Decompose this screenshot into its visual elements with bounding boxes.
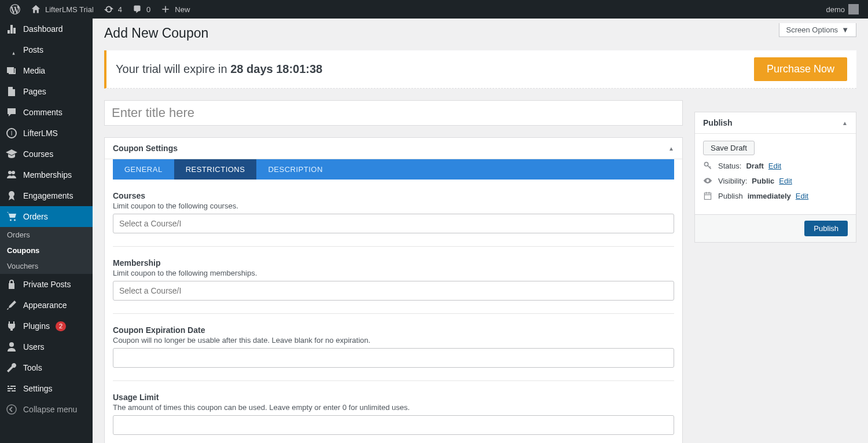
- expiration-input[interactable]: [113, 348, 674, 368]
- svg-text:l: l: [11, 130, 12, 137]
- wp-logo[interactable]: [5, 0, 25, 19]
- svg-point-3: [12, 171, 15, 174]
- edit-schedule-link[interactable]: Edit: [796, 192, 808, 200]
- site-name[interactable]: LifterLMS Trial: [25, 0, 98, 19]
- sidebar-item-settings[interactable]: Settings: [0, 378, 93, 399]
- sidebar-item-label: Engagements: [23, 191, 73, 200]
- coupon-settings-box: Coupon Settings ▲ GENERAL RESTRICTIONS D…: [104, 137, 683, 443]
- sidebar-item-private-posts[interactable]: Private Posts: [0, 274, 93, 295]
- sidebar-item-lifterlms[interactable]: l LifterLMS: [0, 123, 93, 144]
- submenu-item-vouchers[interactable]: Vouchers: [0, 258, 93, 274]
- sliders-icon: [6, 383, 17, 394]
- sidebar-item-pages[interactable]: Pages: [0, 81, 93, 102]
- screen-options-button[interactable]: Screen Options ▼: [779, 23, 856, 37]
- svg-point-7: [704, 162, 708, 166]
- sidebar-item-engagements[interactable]: Engagements: [0, 185, 93, 206]
- trial-countdown: 28 days 18:01:38: [230, 63, 322, 75]
- purchase-now-button[interactable]: Purchase Now: [754, 57, 847, 81]
- status-value: Draft: [746, 162, 763, 170]
- sidebar-item-comments[interactable]: Comments: [0, 102, 93, 123]
- tab-restrictions[interactable]: RESTRICTIONS: [174, 159, 257, 180]
- sidebar-item-label: Users: [23, 342, 45, 352]
- schedule-value: immediately: [748, 192, 791, 200]
- dashboard-icon: [6, 23, 17, 35]
- sidebar-item-posts[interactable]: Posts: [0, 39, 93, 60]
- sidebar-item-tools[interactable]: Tools: [0, 357, 93, 378]
- save-draft-button[interactable]: Save Draft: [703, 141, 755, 155]
- lock-icon: [6, 279, 17, 290]
- sidebar-item-plugins[interactable]: Plugins 2: [0, 316, 93, 336]
- field-courses: Courses Limit coupon to the following co…: [105, 180, 682, 247]
- comments-count: 0: [146, 5, 150, 14]
- trial-banner: Your trial will expire in 28 days 18:01:…: [104, 50, 856, 89]
- site-name-text: LifterLMS Trial: [45, 5, 94, 14]
- expiration-desc: Coupon will no longer be usable after th…: [113, 336, 674, 345]
- edit-visibility-link[interactable]: Edit: [779, 177, 792, 185]
- usage-desc: The amount of times this coupon can be u…: [113, 403, 674, 412]
- sidebar-item-orders[interactable]: Orders: [0, 206, 93, 227]
- trial-prefix: Your trial will expire in: [116, 63, 230, 75]
- cart-icon: [6, 211, 17, 222]
- user-account[interactable]: demo: [821, 0, 863, 19]
- award-icon: [6, 190, 17, 202]
- publish-header[interactable]: Publish ▲: [695, 112, 856, 134]
- sidebar-item-label: Tools: [23, 363, 42, 372]
- sidebar-item-label: Media: [23, 66, 45, 75]
- comments-icon: [6, 107, 17, 118]
- page-title: Add New Coupon: [104, 19, 856, 46]
- field-usage-limit: Usage Limit The amount of times this cou…: [105, 381, 682, 443]
- sidebar-item-label: Memberships: [23, 170, 72, 180]
- sidebar-item-label: Settings: [23, 384, 53, 393]
- sidebar-item-label: Private Posts: [23, 280, 71, 289]
- membership-label: Membership: [113, 258, 674, 268]
- sidebar-item-label: Appearance: [23, 301, 67, 310]
- svg-point-6: [7, 405, 16, 414]
- sidebar-item-dashboard[interactable]: Dashboard: [0, 19, 93, 39]
- schedule-row: Publish immediately Edit: [703, 191, 848, 200]
- sidebar-item-media[interactable]: Media: [0, 60, 93, 81]
- tab-general[interactable]: GENERAL: [113, 159, 174, 180]
- content-area: Screen Options ▼ Add New Coupon Your tri…: [93, 19, 868, 443]
- graduation-icon: [6, 148, 17, 160]
- coupon-settings-header[interactable]: Coupon Settings ▲: [105, 138, 682, 159]
- new-label: New: [175, 5, 190, 14]
- sidebar-item-users[interactable]: Users: [0, 336, 93, 357]
- tab-description[interactable]: DESCRIPTION: [256, 159, 334, 180]
- usage-label: Usage Limit: [113, 393, 674, 402]
- title-input[interactable]: [104, 100, 683, 126]
- svg-point-5: [9, 342, 14, 347]
- edit-status-link[interactable]: Edit: [768, 162, 781, 170]
- comments-link[interactable]: 0: [127, 0, 155, 19]
- collapse-menu[interactable]: Collapse menu: [0, 399, 93, 420]
- sidebar-item-courses[interactable]: Courses: [0, 144, 93, 164]
- collapse-icon: [6, 404, 17, 415]
- membership-select[interactable]: [113, 281, 674, 301]
- sidebar-item-label: Plugins: [23, 321, 50, 331]
- comment-icon: [131, 3, 143, 15]
- eye-icon: [703, 176, 713, 185]
- sidebar-item-label: Dashboard: [23, 24, 63, 34]
- plug-icon: [6, 320, 17, 332]
- courses-select[interactable]: [113, 214, 674, 233]
- triangle-up-icon[interactable]: ▲: [842, 120, 848, 126]
- wrench-icon: [6, 362, 17, 374]
- sidebar-item-label: Comments: [23, 108, 62, 117]
- triangle-up-icon[interactable]: ▲: [668, 145, 674, 152]
- wordpress-icon: [9, 3, 21, 15]
- svg-rect-8: [704, 193, 711, 199]
- calendar-icon: [703, 191, 713, 200]
- courses-label: Courses: [113, 191, 674, 200]
- admin-sidebar: Dashboard Posts Media Pages Comments l L…: [0, 19, 93, 443]
- sidebar-item-memberships[interactable]: Memberships: [0, 164, 93, 185]
- submenu-item-coupons[interactable]: Coupons: [0, 243, 93, 258]
- updates-link[interactable]: 4: [98, 0, 127, 19]
- home-icon: [30, 3, 42, 15]
- usage-input[interactable]: [113, 415, 674, 435]
- new-content[interactable]: New: [155, 0, 194, 19]
- submenu-item-orders[interactable]: Orders: [0, 227, 93, 243]
- status-row: Status: Draft Edit: [703, 161, 848, 170]
- publish-button[interactable]: Publish: [804, 221, 848, 236]
- updates-count: 4: [118, 5, 122, 14]
- publish-box: Publish ▲ Save Draft Status: Draft Edit: [694, 112, 856, 243]
- sidebar-item-appearance[interactable]: Appearance: [0, 295, 93, 316]
